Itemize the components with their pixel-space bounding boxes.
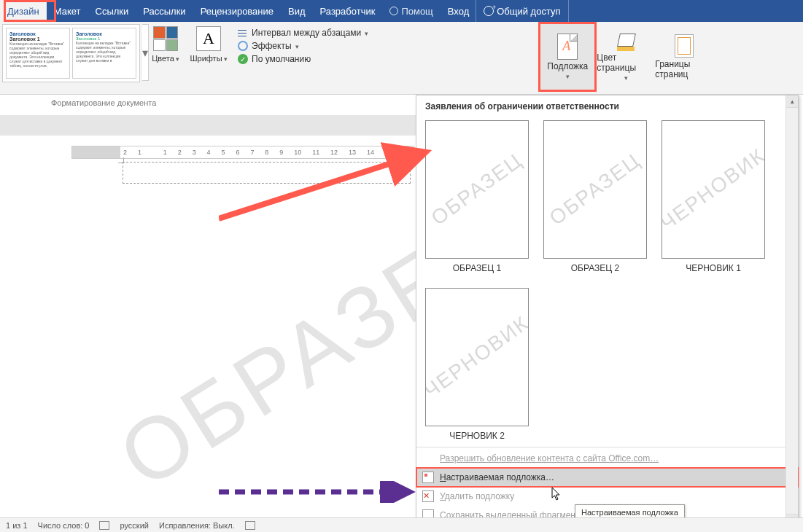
panel-header: Заявления об ограничении ответственности [416,95,798,117]
panel-scrollbar[interactable]: ▴ ▾ [785,95,798,526]
status-bar: 1 из 1 Число слов: 0 русский Исправления… [0,517,803,532]
group-document-formatting: Заголовок Заголовок 1 Коллекция на вклад… [0,22,146,82]
check-icon: ✓ [238,54,248,64]
watermark-preset-1[interactable]: ОБРАЗЕЦОБРАЗЕЦ 2 [543,120,647,273]
tab-references[interactable]: Ссылки [88,0,136,22]
remove-icon [422,490,434,502]
paragraph-spacing-button[interactable]: Интервал между абзацами [238,28,368,38]
tab-review[interactable]: Рецензирование [193,0,281,22]
watermark-preset-2[interactable]: ЧЕРНОВИКЧЕРНОВИК 1 [662,120,765,273]
fonts-button[interactable]: А Шрифты [185,22,232,63]
page-icon [422,472,434,483]
colors-icon [153,26,178,51]
menu-remove-watermark: Удалить подложку [416,487,798,506]
tab-view[interactable]: Вид [281,0,313,22]
tab-design[interactable]: Дизайн [0,0,47,22]
tab-mailings[interactable]: Рассылки [136,0,193,22]
tab-layout[interactable]: Макет [47,0,88,22]
page-color-icon [617,32,635,51]
ribbon: Заголовок Заголовок 1 Коллекция на вклад… [0,22,803,95]
page-header-region[interactable] [123,162,411,184]
effects-button[interactable]: Эффекты [238,41,368,51]
watermark-icon: A [557,34,578,60]
signin[interactable]: Вход [441,0,476,22]
status-track-changes[interactable]: Исправления: Выкл. [159,521,235,530]
share-button[interactable]: Общий доступ [476,0,567,22]
effects-icon [238,41,248,51]
style-thumb-2[interactable]: Заголовок Заголовок 1 Коллекция на вклад… [72,28,136,79]
tell-me[interactable]: Помощ [382,0,440,22]
style-set-gallery[interactable]: Заголовок Заголовок 1 Коллекция на вклад… [2,24,140,82]
menu-allow-update: Разрешить обновление контента с сайта Of… [416,449,798,468]
scroll-up[interactable]: ▴ [786,95,798,108]
group-label-format: Форматирование документа [51,98,156,107]
page-borders-icon [675,34,694,58]
menu-custom-watermark[interactable]: Настраиваемая подложка… [416,468,798,487]
style-thumb-1[interactable]: Заголовок Заголовок 1 Коллекция на вклад… [6,28,70,79]
watermark-button[interactable]: A Подложка ▾ [538,22,597,92]
bulb-icon [389,7,398,15]
paragraph-spacing-icon [238,28,248,37]
doc-shade [0,115,416,136]
page-borders-button[interactable]: Границы страниц [655,22,713,92]
ribbon-tabs: Дизайн Макет Ссылки Рассылки Рецензирова… [0,0,803,22]
macro-icon[interactable] [245,521,255,530]
watermark-gallery: ОБРАЗЕЦОБРАЗЕЦ 1ОБРАЗЕЦОБРАЗЕЦ 2ЧЕРНОВИК… [416,117,798,447]
set-default-button[interactable]: ✓По умолчанию [238,54,368,64]
status-pages[interactable]: 1 из 1 [6,521,28,530]
group-formatting-options: Интервал между абзацами Эффекты ✓По умол… [232,22,374,64]
colors-button[interactable]: Цвета [146,22,185,63]
watermark-preset-0[interactable]: ОБРАЗЕЦОБРАЗЕЦ 1 [425,120,529,273]
watermark-gallery-panel: Заявления об ограничении ответственности… [416,95,799,527]
watermark-preset-3[interactable]: ЧЕРНОВИКЧЕРНОВИК 2 [425,288,529,441]
page-color-button[interactable]: Цвет страницы▾ [597,22,655,92]
tab-developer[interactable]: Разработчик [313,0,383,22]
share-icon [484,6,494,16]
spellcheck-icon[interactable] [99,521,109,530]
status-language[interactable]: русский [120,521,148,530]
status-word-count[interactable]: Число слов: 0 [38,521,90,530]
fonts-icon: А [196,26,221,51]
